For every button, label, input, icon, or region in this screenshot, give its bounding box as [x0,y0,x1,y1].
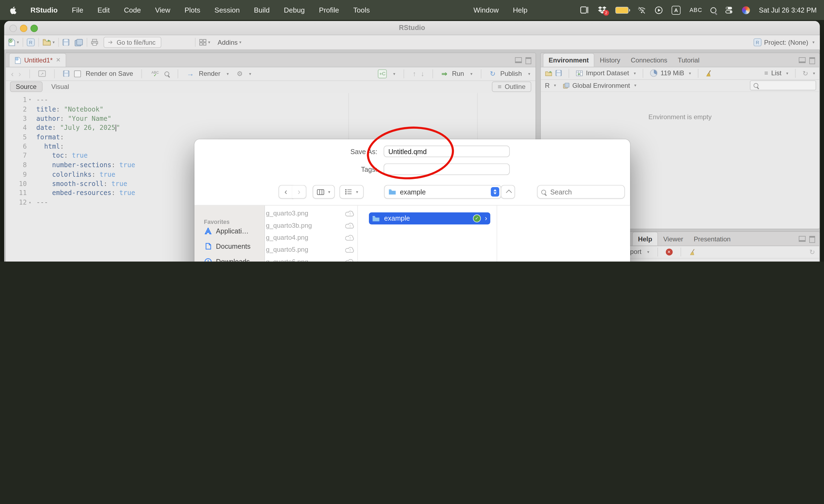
back-source-icon[interactable]: ‹ [11,69,14,78]
outline-button[interactable]: ≡ Outline [492,82,531,92]
save-all-button[interactable] [75,39,83,46]
save-workspace-icon[interactable] [555,70,562,76]
open-recent-dropdown[interactable]: ▾ [53,40,55,44]
find-replace-icon[interactable] [165,71,169,76]
goto-file-function-box[interactable] [104,37,162,48]
menu-item-tools[interactable]: Tools [353,6,370,14]
insert-chunk-dropdown[interactable]: ▾ [393,71,395,76]
selected-folder-row[interactable]: example ✓ › [369,212,490,224]
display-sidecar-icon[interactable] [580,6,589,14]
window-title-bar[interactable]: RStudio [4,21,820,35]
battery-icon[interactable] [615,7,628,13]
save-button[interactable] [63,39,69,46]
minimize-help-icon[interactable] [799,236,806,242]
spotlight-search-icon[interactable] [711,7,717,13]
popout-window-icon[interactable]: ↗ [38,70,46,77]
visual-mode-button[interactable]: Visual [45,82,75,92]
menu-clock[interactable]: Sat Jul 26 3:42 PM [759,6,817,14]
menu-item-rstudio[interactable]: RStudio [30,6,58,14]
maximize-pane-icon[interactable] [525,57,531,64]
refresh-help-icon[interactable]: ↻ [809,248,815,256]
export-dropdown[interactable]: ▾ [647,249,649,254]
close-tab-icon[interactable]: ✕ [56,57,61,64]
file-row[interactable]: g_quarto3b.png! [264,219,357,231]
now-playing-icon[interactable] [655,6,662,14]
new-project-button[interactable]: R [27,38,35,46]
gear-icon[interactable]: ⚙ [237,70,243,78]
environment-search-box[interactable] [750,81,816,91]
dialog-search-box[interactable] [537,185,625,199]
refresh-environment-icon[interactable]: ↻ [803,69,808,77]
addins-dropdown[interactable]: ▾ [239,40,241,44]
back-button[interactable]: ‹ [278,185,293,199]
export-button-partial[interactable]: port [630,248,642,256]
menu-item-code[interactable]: Code [124,6,141,14]
control-center-icon[interactable] [725,6,733,14]
forward-button[interactable]: › [292,185,306,199]
maximize-help-icon[interactable] [809,236,815,243]
group-button[interactable]: ▾ [339,185,364,199]
remove-plot-icon[interactable]: ✕ [665,248,673,255]
menu-item-build[interactable]: Build [254,6,270,14]
run-button[interactable]: Run [452,70,464,77]
tab-history[interactable]: History [595,54,626,67]
menu-item-plots[interactable]: Plots [185,6,200,14]
new-file-button[interactable] [8,38,15,46]
wifi-off-icon[interactable] [637,7,646,13]
import-dataset-dropdown[interactable]: ▾ [634,71,636,75]
import-dataset-button[interactable]: Import Dataset [586,69,629,77]
menu-item-file[interactable]: File [72,6,83,14]
maximize-env-icon[interactable] [809,57,815,64]
menu-item-edit[interactable]: Edit [98,6,110,14]
menu-item-view[interactable]: View [155,6,171,14]
source-mode-button[interactable]: Source [10,82,42,92]
dropbox-menu-icon[interactable]: 2 [598,6,606,14]
menu-item-help[interactable]: Help [513,6,528,14]
input-source-menu[interactable]: ABC [690,7,702,13]
clear-objects-broom-icon[interactable] [705,70,712,76]
up-folder-button[interactable] [501,185,515,199]
settings-dropdown[interactable]: ▾ [249,71,251,76]
apple-logo-icon[interactable] [10,6,16,14]
file-row[interactable]: g_quarto3.png! [264,207,357,219]
sidebar-item-documents[interactable]: Documents [199,240,260,252]
file-row[interactable]: g_quarto5.png! [264,243,357,255]
load-workspace-icon[interactable] [545,70,552,76]
tab-connections[interactable]: Connections [625,54,673,67]
tab-tutorial[interactable]: Tutorial [673,54,705,67]
scope-dropdown[interactable]: ▾ [634,83,636,88]
list-view-dropdown[interactable]: ▾ [786,71,788,75]
goto-file-function-input[interactable] [116,38,157,46]
refresh-dropdown[interactable]: ▾ [813,71,815,75]
file-row[interactable]: g_quarto6.png! [264,256,357,262]
pane-layout-button[interactable] [199,39,207,46]
spellcheck-icon[interactable]: ABC ✓ [150,70,160,77]
run-next-icon[interactable]: ↓ [421,70,424,78]
run-previous-icon[interactable]: ↑ [413,70,416,78]
render-dropdown[interactable]: ▾ [227,71,229,76]
dialog-search-input[interactable] [549,187,612,196]
publish-button[interactable]: Publish [500,70,522,77]
sidebar-item-downloads[interactable]: Downloads [199,256,260,262]
render-button[interactable]: Render [199,70,220,77]
menu-item-session[interactable]: Session [215,6,240,14]
pinwheel-app-icon[interactable] [742,6,750,14]
keyboard-brightness-icon[interactable]: A [672,5,681,14]
tab-environment[interactable]: Environment [543,53,595,67]
new-file-dropdown[interactable]: ▾ [17,40,19,44]
tab-viewer[interactable]: Viewer [658,232,689,245]
sidebar-item-applicati[interactable]: Applicati… [199,225,260,237]
tab-help[interactable]: Help [632,232,658,245]
memory-usage-label[interactable]: 119 MiB [661,69,685,77]
forward-source-icon[interactable]: › [18,69,21,78]
render-on-save-checkbox[interactable] [74,70,81,77]
menu-item-window[interactable]: Window [473,6,499,14]
language-selector[interactable]: R [545,82,550,89]
column-view-button[interactable]: ▾ [313,185,335,199]
minimize-env-icon[interactable] [799,57,806,63]
save-doc-icon[interactable] [63,70,69,77]
project-menu[interactable]: R Project: (None) ▾ [754,35,815,49]
insert-chunk-icon[interactable]: +C [378,69,387,78]
run-dropdown[interactable]: ▾ [470,71,473,76]
environment-search-input[interactable] [761,82,810,89]
